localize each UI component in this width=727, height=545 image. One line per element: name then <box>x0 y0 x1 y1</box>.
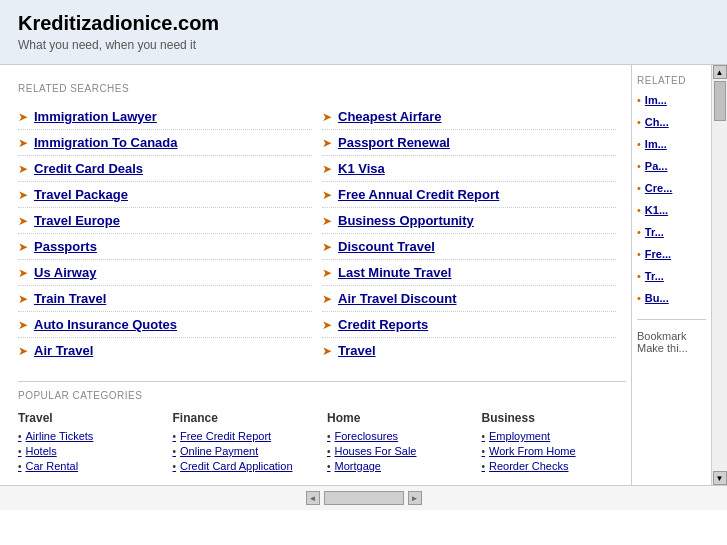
category-link[interactable]: •Foreclosures <box>327 430 472 442</box>
category-link[interactable]: •Reorder Checks <box>482 460 627 472</box>
sidebar-link[interactable]: Tr... <box>645 226 664 238</box>
scroll-down-button[interactable]: ▼ <box>713 471 727 485</box>
left-search-link[interactable]: Passports <box>34 239 97 254</box>
sidebar-link[interactable]: Bu... <box>645 292 669 304</box>
left-search-item: ➤Travel Europe <box>18 208 312 234</box>
site-subtitle: What you need, when you need it <box>18 38 709 52</box>
category-link-item: •Airline Tickets <box>18 430 163 442</box>
arrow-icon: ➤ <box>322 266 332 280</box>
sidebar-bullet-icon: • <box>637 138 641 150</box>
left-search-item: ➤Train Travel <box>18 286 312 312</box>
right-search-link[interactable]: Air Travel Discount <box>338 291 456 306</box>
category-link[interactable]: •Free Credit Report <box>173 430 318 442</box>
right-search-link[interactable]: Business Opportunity <box>338 213 474 228</box>
sidebar-link[interactable]: Fre... <box>645 248 671 260</box>
hscroll-left[interactable]: ◄ <box>306 491 320 505</box>
left-search-link[interactable]: Immigration Lawyer <box>34 109 157 124</box>
category-link[interactable]: •Online Payment <box>173 445 318 457</box>
arrow-icon: ➤ <box>18 188 28 202</box>
right-search-link[interactable]: Cheapest Airfare <box>338 109 442 124</box>
right-search-col: ➤Cheapest Airfare➤Passport Renewal➤K1 Vi… <box>322 104 626 363</box>
bullet-icon: • <box>173 431 177 442</box>
sidebar-link[interactable]: Im... <box>645 94 667 106</box>
scrollbar-track[interactable] <box>712 79 727 471</box>
site-title: Kreditizadionice.com <box>18 12 709 35</box>
category-link[interactable]: •Houses For Sale <box>327 445 472 457</box>
sidebar-link[interactable]: K1... <box>645 204 668 216</box>
right-search-link[interactable]: Last Minute Travel <box>338 265 451 280</box>
left-search-link[interactable]: Immigration To Canada <box>34 135 178 150</box>
bullet-icon: • <box>327 446 331 457</box>
category-link[interactable]: •Car Rental <box>18 460 163 472</box>
bottom-bar: ◄ ► <box>0 485 727 510</box>
sidebar-link-item: •Pa... <box>637 160 706 177</box>
category-link[interactable]: •Airline Tickets <box>18 430 163 442</box>
right-search-item: ➤Air Travel Discount <box>322 286 616 312</box>
sidebar-bullet-icon: • <box>637 226 641 238</box>
sidebar-link[interactable]: Im... <box>645 138 667 150</box>
sidebar-link-item: •Cre... <box>637 182 706 199</box>
right-search-item: ➤Discount Travel <box>322 234 616 260</box>
left-search-link[interactable]: Travel Europe <box>34 213 120 228</box>
category-link[interactable]: •Mortgage <box>327 460 472 472</box>
category-link[interactable]: •Work From Home <box>482 445 627 457</box>
sidebar-bullet-icon: • <box>637 94 641 106</box>
left-search-link[interactable]: Us Airway <box>34 265 96 280</box>
bottom-scrollbar[interactable]: ◄ ► <box>306 491 422 505</box>
scrollbar[interactable]: ▲ ▼ <box>711 65 727 485</box>
left-search-item: ➤Travel Package <box>18 182 312 208</box>
finance-heading: Finance <box>173 411 318 425</box>
category-link-item: •Reorder Checks <box>482 460 627 472</box>
category-link-item: •Hotels <box>18 445 163 457</box>
left-search-link[interactable]: Air Travel <box>34 343 93 358</box>
bullet-icon: • <box>18 461 22 472</box>
left-search-link[interactable]: Credit Card Deals <box>34 161 143 176</box>
category-link-item: •Free Credit Report <box>173 430 318 442</box>
left-search-link[interactable]: Train Travel <box>34 291 106 306</box>
left-search-link[interactable]: Travel Package <box>34 187 128 202</box>
home-heading: Home <box>327 411 472 425</box>
left-search-item: ➤Immigration Lawyer <box>18 104 312 130</box>
sidebar-link-item: •Tr... <box>637 226 706 243</box>
hscroll-thumb[interactable] <box>324 491 404 505</box>
sidebar-link[interactable]: Cre... <box>645 182 673 194</box>
left-search-item: ➤Immigration To Canada <box>18 130 312 156</box>
category-link-item: •Foreclosures <box>327 430 472 442</box>
category-link[interactable]: •Employment <box>482 430 627 442</box>
right-search-item: ➤Free Annual Credit Report <box>322 182 616 208</box>
category-link-item: •Employment <box>482 430 627 442</box>
category-link[interactable]: •Hotels <box>18 445 163 457</box>
business-category: Business •Employment•Work From Home•Reor… <box>482 411 627 475</box>
right-search-link[interactable]: Credit Reports <box>338 317 428 332</box>
arrow-icon: ➤ <box>18 162 28 176</box>
bullet-icon: • <box>327 461 331 472</box>
arrow-icon: ➤ <box>322 292 332 306</box>
bullet-icon: • <box>482 431 486 442</box>
right-search-link[interactable]: Free Annual Credit Report <box>338 187 499 202</box>
sidebar-link[interactable]: Tr... <box>645 270 664 282</box>
section-divider <box>18 381 626 382</box>
sidebar-link[interactable]: Pa... <box>645 160 668 172</box>
arrow-icon: ➤ <box>322 214 332 228</box>
right-search-link[interactable]: K1 Visa <box>338 161 385 176</box>
sidebar-link-item: •K1... <box>637 204 706 221</box>
category-link-item: •Work From Home <box>482 445 627 457</box>
sidebar-link[interactable]: Ch... <box>645 116 669 128</box>
left-search-link[interactable]: Auto Insurance Quotes <box>34 317 177 332</box>
left-search-item: ➤Us Airway <box>18 260 312 286</box>
right-search-link[interactable]: Travel <box>338 343 376 358</box>
scroll-up-button[interactable]: ▲ <box>713 65 727 79</box>
hscroll-right[interactable]: ► <box>408 491 422 505</box>
right-search-item: ➤Last Minute Travel <box>322 260 616 286</box>
category-link[interactable]: •Credit Card Application <box>173 460 318 472</box>
search-results-grid: ➤Immigration Lawyer➤Immigration To Canad… <box>18 104 626 363</box>
arrow-icon: ➤ <box>18 344 28 358</box>
right-search-link[interactable]: Passport Renewal <box>338 135 450 150</box>
bullet-icon: • <box>327 431 331 442</box>
bullet-icon: • <box>482 446 486 457</box>
scrollbar-thumb[interactable] <box>714 81 726 121</box>
sidebar-link-item: •Fre... <box>637 248 706 265</box>
arrow-icon: ➤ <box>18 110 28 124</box>
right-search-link[interactable]: Discount Travel <box>338 239 435 254</box>
right-search-item: ➤K1 Visa <box>322 156 616 182</box>
